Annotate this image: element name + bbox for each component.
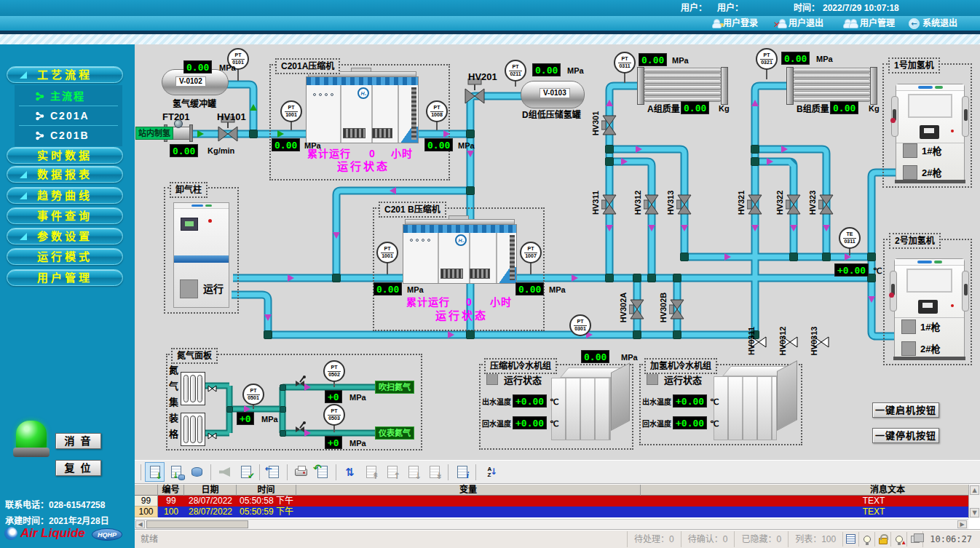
autoscroll-icon[interactable]: ⇅ <box>340 462 360 482</box>
bulb-alert-icon[interactable]: ▲ <box>890 532 906 547</box>
login-button[interactable]: 用户登录 <box>712 16 758 31</box>
pt0502-gauge[interactable]: PT0502 <box>323 360 345 382</box>
sidebar-item-mainflow[interactable]: 主流程 <box>15 87 122 106</box>
hv323-label: HV323 <box>809 186 817 220</box>
sidebar-item-c201b[interactable]: C201B <box>15 126 122 145</box>
build-date: 承建时间：2021年2月28日 <box>5 515 109 527</box>
short-term-archive-icon[interactable]: ↓ <box>166 462 186 482</box>
c201b-in-value: 0.00 <box>374 282 402 295</box>
hscroll-thumb[interactable] <box>146 520 248 528</box>
next-message-icon[interactable]: ↓ <box>403 462 423 482</box>
print-icon[interactable] <box>291 462 311 482</box>
export-icon[interactable]: ↶ <box>312 462 332 482</box>
first-message-icon[interactable]: ↟ <box>361 462 381 482</box>
alarm-hscrollbar[interactable]: ◀ ▶ <box>135 519 968 529</box>
flow-arrow <box>767 158 773 165</box>
regulator-icon[interactable] <box>294 421 306 437</box>
hv321-valve[interactable] <box>747 194 763 218</box>
hv312-valve[interactable] <box>644 194 660 218</box>
hv311-valve[interactable] <box>601 194 617 218</box>
lock-icon[interactable] <box>874 532 890 547</box>
chiller2-state-label: 运行状态 <box>664 375 702 386</box>
scroll-down-icon[interactable]: ▼ <box>970 508 979 517</box>
last-message-icon[interactable]: ↡ <box>424 462 444 482</box>
hv322-valve[interactable] <box>786 194 802 218</box>
hv302a-valve[interactable] <box>629 298 645 323</box>
pt0321-gauge[interactable]: PT0321 <box>756 48 778 70</box>
sidebar-item-param[interactable]: 参数设置 <box>7 228 123 245</box>
col-variable[interactable]: 变量 <box>296 485 641 496</box>
b-group-value: 0.00 <box>830 101 858 114</box>
bulb-icon[interactable] <box>858 532 874 547</box>
hv301-valve[interactable] <box>601 114 617 139</box>
scroll-right-icon[interactable]: ▶ <box>957 520 967 528</box>
pt0311-gauge[interactable]: PT0311 <box>614 52 636 74</box>
sidebar-item-c201a[interactable]: C201A <box>15 106 122 125</box>
pt0503-gauge[interactable]: PT0503 <box>323 404 345 426</box>
pt0501-gauge[interactable]: PT0501 <box>242 384 264 405</box>
pt0211-gauge[interactable]: PT0211 <box>505 60 526 82</box>
compressor-b-graphic[interactable]: H₂ <box>403 224 517 284</box>
dispenser1-title: 1号加氢机 <box>888 57 940 74</box>
alarm-row-99[interactable]: 99 99 28/07/2022 05:50:58 下午 TEXT <box>135 496 968 507</box>
unit-kg: Kg <box>719 105 730 113</box>
hv323-valve[interactable] <box>818 194 834 218</box>
pt1001b-gauge[interactable]: PT1001 <box>376 242 398 263</box>
n2-hand-valve[interactable] <box>208 429 217 442</box>
pipe-tee <box>332 274 341 282</box>
hv311-label: HV311 <box>592 186 600 220</box>
prev-message-icon[interactable]: ↑ <box>382 462 402 482</box>
cell-text: TEXT <box>852 507 896 517</box>
sidebar-item-realtime[interactable]: 实时数据 <box>7 147 123 164</box>
pt1007-gauge[interactable]: PT1007 <box>520 242 542 263</box>
system-exit-button[interactable]: ← 系统退出 <box>909 16 957 31</box>
pipe-tee <box>673 330 681 339</box>
scroll-up-icon[interactable]: ▲ <box>970 485 979 495</box>
horn-ack-icon[interactable] <box>215 462 234 482</box>
sidebar-item-usermgmt[interactable]: 用户管理 <box>7 269 123 286</box>
sidebar-item-process[interactable]: 工艺流程 <box>7 66 123 83</box>
reset-button[interactable]: 复 位 <box>55 460 101 476</box>
a-group-bundle[interactable] <box>637 67 728 105</box>
long-term-archive-icon[interactable] <box>187 462 207 482</box>
acknowledge-icon[interactable]: ✔ <box>236 462 256 482</box>
hv0311-label: HV0311 <box>748 325 756 358</box>
message-list-icon[interactable]: ↓ <box>145 462 165 482</box>
scroll-left-icon[interactable]: ◀ <box>135 520 145 528</box>
sidebar-item-mode[interactable]: 运行模式 <box>7 248 123 265</box>
col-id[interactable]: 编号 <box>158 485 184 496</box>
sidebar-item-event[interactable]: 事件查询 <box>7 207 123 224</box>
col-time[interactable]: 时间 <box>237 485 296 496</box>
chiller1-out-label: 出水温度 <box>482 398 511 408</box>
te0311-gauge[interactable]: TE0311 <box>839 227 861 249</box>
cascade-windows-icon[interactable] <box>906 532 922 547</box>
alarm-vscrollbar[interactable]: ▲ ▼ <box>968 485 980 518</box>
logout-button[interactable]: ✕ 用户退出 <box>778 16 823 31</box>
regulator-icon[interactable] <box>294 375 306 391</box>
user-manage-button[interactable]: 用户管理 <box>843 16 895 31</box>
sidebar-item-report[interactable]: 数据报表 <box>7 166 123 183</box>
one-key-stop-button[interactable]: 一键停机按钮 <box>872 428 939 443</box>
one-key-start-button[interactable]: 一键启机按钮 <box>872 402 939 418</box>
unit-mpa: MPa <box>621 354 638 362</box>
contact-phone: 联系电话：028-61547258 <box>5 499 105 511</box>
sidebar-item-trend[interactable]: 趋势曲线 <box>7 187 123 204</box>
mute-button[interactable]: 消 音 <box>55 433 101 449</box>
b-group-bundle[interactable] <box>786 67 877 105</box>
pt1008-gauge[interactable]: PT1008 <box>426 100 448 122</box>
col-text[interactable]: 消息文本 <box>641 485 968 496</box>
message-list-status-icon[interactable] <box>842 532 858 547</box>
pt0301-gauge[interactable]: PT0301 <box>569 314 591 336</box>
selection-dialog-icon[interactable]: ← <box>264 462 283 482</box>
hv302b-valve[interactable] <box>669 298 685 323</box>
hv313-valve[interactable] <box>676 194 692 218</box>
unload-cabinet-graphic[interactable]: 运行 <box>173 202 229 308</box>
sort-dialog-icon[interactable]: AZ↓ <box>480 462 499 482</box>
col-date[interactable]: 日期 <box>184 485 237 496</box>
n2-hand-valve[interactable] <box>208 382 217 395</box>
pipe-tee <box>867 253 876 261</box>
alarm-row-100[interactable]: 100 100 28/07/2022 05:50:59 下午 TEXT <box>135 507 968 517</box>
pt1001a-gauge[interactable]: PT1001 <box>280 100 302 122</box>
compressor-a-graphic[interactable]: H₂ <box>306 76 419 143</box>
info-text-icon[interactable]: i <box>452 462 472 482</box>
